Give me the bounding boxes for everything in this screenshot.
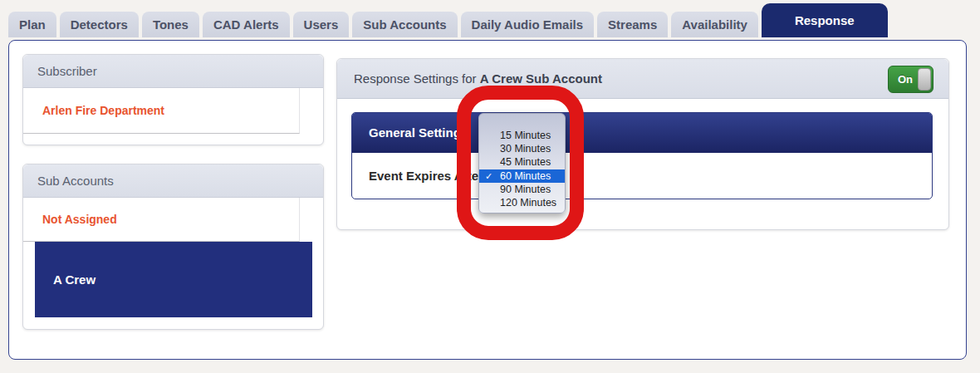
tab-users[interactable]: Users — [293, 12, 350, 37]
tab-tones[interactable]: Tones — [142, 12, 199, 37]
dropdown-option-90-minutes[interactable]: 90 Minutes — [479, 183, 565, 196]
tab-plan[interactable]: Plan — [8, 12, 56, 37]
tab-availability[interactable]: Availability — [671, 12, 758, 37]
dropdown-option-60-minutes-label: 60 Minutes — [500, 170, 551, 182]
dropdown-option-45-minutes[interactable]: 45 Minutes — [479, 155, 565, 169]
sub-accounts-panel-title: Sub Accounts — [23, 164, 323, 198]
event-expires-dropdown-menu: 15 Minutes 30 Minutes 45 Minutes ✓ 60 Mi… — [478, 113, 566, 213]
checkmark-icon: ✓ — [485, 169, 492, 183]
tab-cad-alerts[interactable]: CAD Alerts — [203, 12, 290, 37]
response-on-off-toggle[interactable]: On — [888, 66, 933, 93]
sub-account-item-not-assigned[interactable]: Not Assigned — [23, 198, 300, 242]
response-settings-header: Response Settings for A Crew Sub Account… — [337, 59, 948, 99]
tab-streams[interactable]: Streams — [597, 12, 668, 37]
sub-account-item-a-crew-selected[interactable]: A Crew — [35, 242, 312, 317]
dropdown-option-60-minutes-selected[interactable]: ✓ 60 Minutes — [479, 169, 565, 183]
general-settings-card: General Settings Event Expires After — [351, 112, 933, 199]
sub-accounts-panel: Sub Accounts Not Assigned A Crew — [22, 164, 324, 330]
tab-daily-audio-emails[interactable]: Daily Audio Emails — [461, 12, 594, 37]
tab-bar: Plan Detectors Tones CAD Alerts Users Su… — [8, 3, 888, 37]
dropdown-option-120-minutes[interactable]: 120 Minutes — [479, 196, 565, 209]
subscriber-item-arlen-fire-department[interactable]: Arlen Fire Department — [23, 88, 300, 134]
event-expires-after-label: Event Expires After — [352, 153, 932, 199]
toggle-knob[interactable] — [918, 68, 931, 91]
tab-sub-accounts[interactable]: Sub Accounts — [352, 12, 457, 37]
tab-detectors[interactable]: Detectors — [60, 12, 139, 37]
subscriber-panel-title: Subscriber — [23, 55, 323, 88]
response-settings-title-prefix: Response Settings for — [354, 71, 480, 86]
response-settings-title-subject: A Crew Sub Account — [480, 71, 602, 86]
dropdown-option-30-minutes[interactable]: 30 Minutes — [479, 142, 565, 155]
toggle-on-label: On — [898, 66, 913, 92]
tab-response-active[interactable]: Response — [762, 3, 888, 37]
dropdown-option-15-minutes[interactable]: 15 Minutes — [479, 129, 565, 142]
subscriber-panel: Subscriber Arlen Fire Department — [22, 54, 324, 145]
general-settings-header: General Settings — [352, 113, 932, 153]
